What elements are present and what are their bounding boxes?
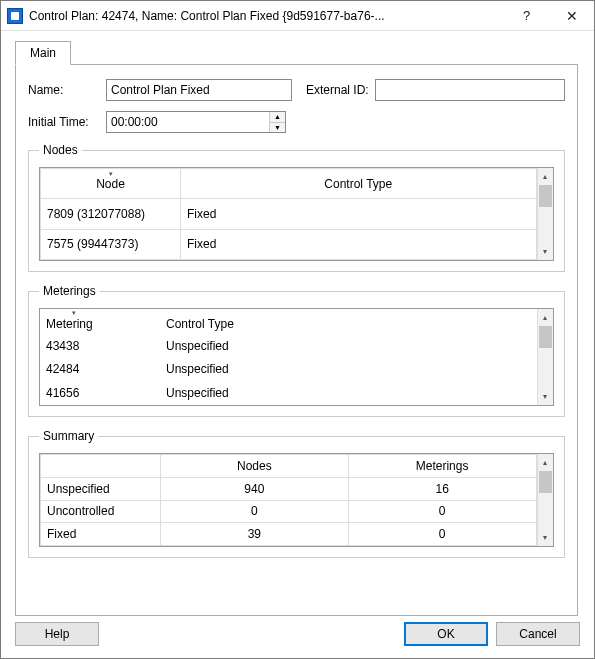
table-row[interactable]: 43438 Unspecified bbox=[40, 334, 537, 358]
scroll-thumb[interactable] bbox=[539, 326, 552, 348]
initial-time-input[interactable] bbox=[107, 112, 269, 132]
meterings-group: Meterings Metering ▾ Control Type 4343 bbox=[28, 284, 565, 417]
scroll-up-icon[interactable]: ▴ bbox=[538, 168, 553, 185]
meterings-scrollbar[interactable]: ▴ ▾ bbox=[537, 309, 553, 405]
scroll-thumb[interactable] bbox=[539, 185, 552, 207]
spinner-down-icon[interactable]: ▼ bbox=[270, 123, 285, 133]
nodes-col-control-type[interactable]: Control Type bbox=[181, 169, 537, 199]
titlebar: Control Plan: 42474, Name: Control Plan … bbox=[1, 1, 594, 31]
app-icon bbox=[7, 8, 23, 24]
scroll-down-icon[interactable]: ▾ bbox=[538, 529, 553, 546]
ok-button[interactable]: OK bbox=[404, 622, 488, 646]
scroll-down-icon[interactable]: ▾ bbox=[538, 243, 553, 260]
nodes-legend: Nodes bbox=[39, 143, 82, 157]
nodes-group: Nodes ▾ Node Control Type 7809 (312077 bbox=[28, 143, 565, 272]
nodes-scrollbar[interactable]: ▴ ▾ bbox=[537, 168, 553, 260]
name-label: Name: bbox=[28, 83, 100, 97]
cancel-button[interactable]: Cancel bbox=[496, 622, 580, 646]
external-id-label: External ID: bbox=[306, 83, 369, 97]
table-row[interactable]: Uncontrolled 0 0 bbox=[41, 500, 537, 523]
meterings-legend: Meterings bbox=[39, 284, 100, 298]
window-title: Control Plan: 42474, Name: Control Plan … bbox=[29, 9, 504, 23]
summary-group: Summary Nodes Meterings Unspecified 940 … bbox=[28, 429, 565, 558]
table-row[interactable]: 7809 (312077088) Fixed bbox=[41, 199, 537, 229]
meterings-col-control-type[interactable]: Control Type bbox=[160, 309, 537, 334]
summary-legend: Summary bbox=[39, 429, 98, 443]
help-button[interactable]: Help bbox=[15, 622, 99, 646]
table-row[interactable]: 7575 (99447373) Fixed bbox=[41, 229, 537, 259]
summary-col-nodes[interactable]: Nodes bbox=[161, 455, 349, 478]
scroll-up-icon[interactable]: ▴ bbox=[538, 309, 553, 326]
scroll-up-icon[interactable]: ▴ bbox=[538, 454, 553, 471]
help-icon[interactable]: ? bbox=[504, 1, 549, 31]
meterings-table[interactable]: Metering ▾ Control Type 43438 Unspecifie… bbox=[40, 309, 537, 405]
initial-time-spinner[interactable]: ▲ ▼ bbox=[106, 111, 286, 133]
sort-indicator-icon: ▾ bbox=[109, 170, 113, 178]
nodes-table[interactable]: ▾ Node Control Type 7809 (312077088) Fix… bbox=[40, 168, 537, 260]
summary-table[interactable]: Nodes Meterings Unspecified 940 16 Uncon… bbox=[40, 454, 537, 546]
close-icon[interactable]: ✕ bbox=[549, 1, 594, 31]
nodes-col-node[interactable]: ▾ Node bbox=[41, 169, 181, 199]
dialog-window: Control Plan: 42474, Name: Control Plan … bbox=[0, 0, 595, 659]
table-row[interactable]: 42484 Unspecified bbox=[40, 358, 537, 382]
initial-time-label: Initial Time: bbox=[28, 115, 100, 129]
scroll-thumb[interactable] bbox=[539, 471, 552, 493]
table-row[interactable]: Fixed 39 0 bbox=[41, 523, 537, 546]
tab-strip: Main bbox=[15, 41, 580, 65]
scroll-down-icon[interactable]: ▾ bbox=[538, 388, 553, 405]
summary-col-blank bbox=[41, 455, 161, 478]
table-row[interactable]: 41656 Unspecified bbox=[40, 381, 537, 405]
spinner-up-icon[interactable]: ▲ bbox=[270, 112, 285, 123]
sort-indicator-icon: ▾ bbox=[72, 309, 76, 317]
meterings-col-metering[interactable]: Metering ▾ bbox=[40, 309, 160, 334]
table-row[interactable]: Unspecified 940 16 bbox=[41, 477, 537, 500]
tab-main[interactable]: Main bbox=[15, 41, 71, 65]
tab-panel-main: Name: External ID: Initial Time: ▲ ▼ Nod… bbox=[15, 64, 578, 616]
summary-col-meterings[interactable]: Meterings bbox=[348, 455, 536, 478]
external-id-input[interactable] bbox=[375, 79, 565, 101]
button-bar: Help OK Cancel bbox=[1, 616, 594, 658]
name-input[interactable] bbox=[106, 79, 292, 101]
summary-scrollbar[interactable]: ▴ ▾ bbox=[537, 454, 553, 546]
